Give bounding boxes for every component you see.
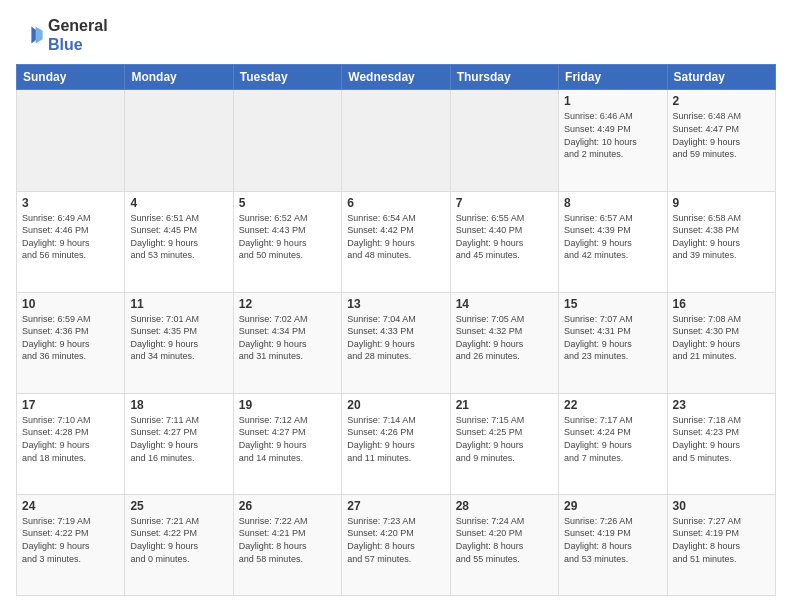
calendar-cell <box>450 90 558 191</box>
calendar-cell <box>17 90 125 191</box>
day-info: Sunrise: 7:27 AM Sunset: 4:19 PM Dayligh… <box>673 515 770 565</box>
calendar-cell: 28Sunrise: 7:24 AM Sunset: 4:20 PM Dayli… <box>450 494 558 595</box>
day-number: 15 <box>564 297 661 311</box>
day-info: Sunrise: 7:07 AM Sunset: 4:31 PM Dayligh… <box>564 313 661 363</box>
calendar-cell: 30Sunrise: 7:27 AM Sunset: 4:19 PM Dayli… <box>667 494 775 595</box>
calendar-row-1: 3Sunrise: 6:49 AM Sunset: 4:46 PM Daylig… <box>17 191 776 292</box>
day-number: 21 <box>456 398 553 412</box>
day-info: Sunrise: 6:51 AM Sunset: 4:45 PM Dayligh… <box>130 212 227 262</box>
day-number: 13 <box>347 297 444 311</box>
day-info: Sunrise: 7:19 AM Sunset: 4:22 PM Dayligh… <box>22 515 119 565</box>
calendar-row-0: 1Sunrise: 6:46 AM Sunset: 4:49 PM Daylig… <box>17 90 776 191</box>
day-number: 8 <box>564 196 661 210</box>
calendar-cell: 29Sunrise: 7:26 AM Sunset: 4:19 PM Dayli… <box>559 494 667 595</box>
day-info: Sunrise: 7:05 AM Sunset: 4:32 PM Dayligh… <box>456 313 553 363</box>
day-number: 30 <box>673 499 770 513</box>
day-number: 19 <box>239 398 336 412</box>
calendar-cell: 21Sunrise: 7:15 AM Sunset: 4:25 PM Dayli… <box>450 393 558 494</box>
day-info: Sunrise: 7:18 AM Sunset: 4:23 PM Dayligh… <box>673 414 770 464</box>
day-info: Sunrise: 6:59 AM Sunset: 4:36 PM Dayligh… <box>22 313 119 363</box>
calendar-cell: 27Sunrise: 7:23 AM Sunset: 4:20 PM Dayli… <box>342 494 450 595</box>
day-info: Sunrise: 6:48 AM Sunset: 4:47 PM Dayligh… <box>673 110 770 160</box>
day-number: 18 <box>130 398 227 412</box>
day-info: Sunrise: 6:49 AM Sunset: 4:46 PM Dayligh… <box>22 212 119 262</box>
day-number: 4 <box>130 196 227 210</box>
day-number: 17 <box>22 398 119 412</box>
day-info: Sunrise: 6:52 AM Sunset: 4:43 PM Dayligh… <box>239 212 336 262</box>
day-number: 20 <box>347 398 444 412</box>
calendar-cell: 5Sunrise: 6:52 AM Sunset: 4:43 PM Daylig… <box>233 191 341 292</box>
day-number: 11 <box>130 297 227 311</box>
calendar-cell: 25Sunrise: 7:21 AM Sunset: 4:22 PM Dayli… <box>125 494 233 595</box>
calendar-cell: 19Sunrise: 7:12 AM Sunset: 4:27 PM Dayli… <box>233 393 341 494</box>
day-number: 24 <box>22 499 119 513</box>
day-number: 3 <box>22 196 119 210</box>
day-number: 29 <box>564 499 661 513</box>
day-info: Sunrise: 6:55 AM Sunset: 4:40 PM Dayligh… <box>456 212 553 262</box>
day-number: 5 <box>239 196 336 210</box>
day-number: 7 <box>456 196 553 210</box>
day-number: 9 <box>673 196 770 210</box>
calendar-cell: 22Sunrise: 7:17 AM Sunset: 4:24 PM Dayli… <box>559 393 667 494</box>
day-number: 23 <box>673 398 770 412</box>
day-number: 10 <box>22 297 119 311</box>
logo-text: General Blue <box>48 16 108 54</box>
calendar-cell: 6Sunrise: 6:54 AM Sunset: 4:42 PM Daylig… <box>342 191 450 292</box>
day-number: 2 <box>673 94 770 108</box>
calendar-cell: 23Sunrise: 7:18 AM Sunset: 4:23 PM Dayli… <box>667 393 775 494</box>
calendar-cell: 14Sunrise: 7:05 AM Sunset: 4:32 PM Dayli… <box>450 292 558 393</box>
calendar-table: SundayMondayTuesdayWednesdayThursdayFrid… <box>16 64 776 596</box>
day-info: Sunrise: 7:08 AM Sunset: 4:30 PM Dayligh… <box>673 313 770 363</box>
weekday-header-tuesday: Tuesday <box>233 65 341 90</box>
calendar-cell: 16Sunrise: 7:08 AM Sunset: 4:30 PM Dayli… <box>667 292 775 393</box>
calendar-cell: 9Sunrise: 6:58 AM Sunset: 4:38 PM Daylig… <box>667 191 775 292</box>
weekday-header-wednesday: Wednesday <box>342 65 450 90</box>
weekday-header-monday: Monday <box>125 65 233 90</box>
calendar-cell <box>233 90 341 191</box>
logo-icon <box>16 21 44 49</box>
calendar-row-2: 10Sunrise: 6:59 AM Sunset: 4:36 PM Dayli… <box>17 292 776 393</box>
day-info: Sunrise: 7:12 AM Sunset: 4:27 PM Dayligh… <box>239 414 336 464</box>
calendar-cell: 3Sunrise: 6:49 AM Sunset: 4:46 PM Daylig… <box>17 191 125 292</box>
weekday-header-sunday: Sunday <box>17 65 125 90</box>
logo: General Blue <box>16 16 108 54</box>
calendar-cell: 8Sunrise: 6:57 AM Sunset: 4:39 PM Daylig… <box>559 191 667 292</box>
day-number: 25 <box>130 499 227 513</box>
day-info: Sunrise: 7:15 AM Sunset: 4:25 PM Dayligh… <box>456 414 553 464</box>
day-info: Sunrise: 6:57 AM Sunset: 4:39 PM Dayligh… <box>564 212 661 262</box>
calendar-cell: 26Sunrise: 7:22 AM Sunset: 4:21 PM Dayli… <box>233 494 341 595</box>
day-number: 1 <box>564 94 661 108</box>
weekday-header-row: SundayMondayTuesdayWednesdayThursdayFrid… <box>17 65 776 90</box>
day-number: 22 <box>564 398 661 412</box>
calendar-cell <box>342 90 450 191</box>
day-info: Sunrise: 7:24 AM Sunset: 4:20 PM Dayligh… <box>456 515 553 565</box>
day-info: Sunrise: 7:11 AM Sunset: 4:27 PM Dayligh… <box>130 414 227 464</box>
day-info: Sunrise: 7:02 AM Sunset: 4:34 PM Dayligh… <box>239 313 336 363</box>
calendar-cell <box>125 90 233 191</box>
weekday-header-thursday: Thursday <box>450 65 558 90</box>
day-number: 27 <box>347 499 444 513</box>
day-info: Sunrise: 7:01 AM Sunset: 4:35 PM Dayligh… <box>130 313 227 363</box>
calendar-page: General Blue SundayMondayTuesdayWednesda… <box>0 0 792 612</box>
day-info: Sunrise: 6:54 AM Sunset: 4:42 PM Dayligh… <box>347 212 444 262</box>
calendar-cell: 10Sunrise: 6:59 AM Sunset: 4:36 PM Dayli… <box>17 292 125 393</box>
calendar-row-3: 17Sunrise: 7:10 AM Sunset: 4:28 PM Dayli… <box>17 393 776 494</box>
calendar-cell: 20Sunrise: 7:14 AM Sunset: 4:26 PM Dayli… <box>342 393 450 494</box>
day-info: Sunrise: 7:04 AM Sunset: 4:33 PM Dayligh… <box>347 313 444 363</box>
calendar-cell: 12Sunrise: 7:02 AM Sunset: 4:34 PM Dayli… <box>233 292 341 393</box>
calendar-cell: 7Sunrise: 6:55 AM Sunset: 4:40 PM Daylig… <box>450 191 558 292</box>
calendar-cell: 1Sunrise: 6:46 AM Sunset: 4:49 PM Daylig… <box>559 90 667 191</box>
day-info: Sunrise: 7:14 AM Sunset: 4:26 PM Dayligh… <box>347 414 444 464</box>
day-number: 12 <box>239 297 336 311</box>
day-info: Sunrise: 6:58 AM Sunset: 4:38 PM Dayligh… <box>673 212 770 262</box>
day-number: 6 <box>347 196 444 210</box>
calendar-cell: 2Sunrise: 6:48 AM Sunset: 4:47 PM Daylig… <box>667 90 775 191</box>
weekday-header-friday: Friday <box>559 65 667 90</box>
calendar-cell: 17Sunrise: 7:10 AM Sunset: 4:28 PM Dayli… <box>17 393 125 494</box>
calendar-row-4: 24Sunrise: 7:19 AM Sunset: 4:22 PM Dayli… <box>17 494 776 595</box>
day-info: Sunrise: 7:21 AM Sunset: 4:22 PM Dayligh… <box>130 515 227 565</box>
day-number: 14 <box>456 297 553 311</box>
day-number: 26 <box>239 499 336 513</box>
calendar-cell: 15Sunrise: 7:07 AM Sunset: 4:31 PM Dayli… <box>559 292 667 393</box>
calendar-cell: 13Sunrise: 7:04 AM Sunset: 4:33 PM Dayli… <box>342 292 450 393</box>
